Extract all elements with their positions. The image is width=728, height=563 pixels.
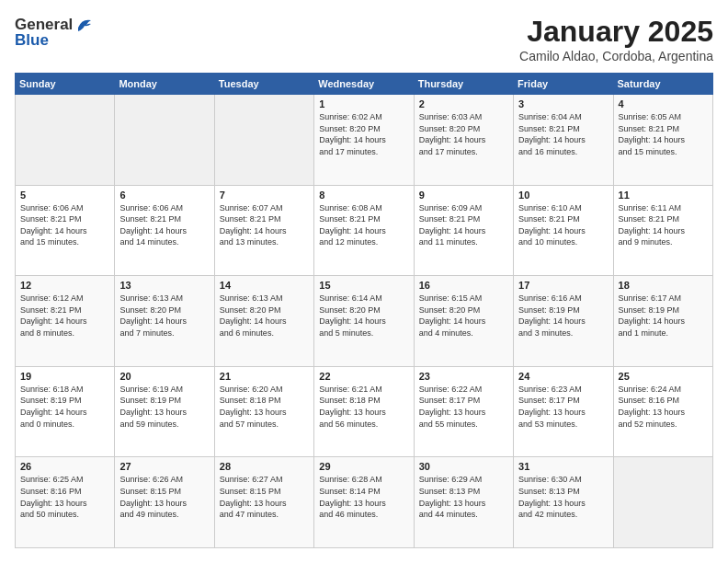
calendar-cell: 27Sunrise: 6:26 AM Sunset: 8:15 PM Dayli… [115,457,214,548]
day-info: Sunrise: 6:19 AM Sunset: 8:19 PM Dayligh… [119,384,209,430]
day-info: Sunrise: 6:29 AM Sunset: 8:13 PM Dayligh… [419,474,508,520]
calendar-cell: 14Sunrise: 6:13 AM Sunset: 8:20 PM Dayli… [214,276,313,367]
day-info: Sunrise: 6:03 AM Sunset: 8:20 PM Dayligh… [419,111,508,157]
day-info: Sunrise: 6:17 AM Sunset: 8:19 PM Dayligh… [619,293,708,339]
day-info: Sunrise: 6:06 AM Sunset: 8:21 PM Dayligh… [119,202,209,248]
day-info: Sunrise: 6:13 AM Sunset: 8:20 PM Dayligh… [119,293,209,339]
calendar-week-row: 12Sunrise: 6:12 AM Sunset: 8:21 PM Dayli… [16,276,713,367]
calendar-cell [613,457,712,548]
day-number: 17 [518,280,608,291]
calendar-cell: 12Sunrise: 6:12 AM Sunset: 8:21 PM Dayli… [16,276,115,367]
weekday-header: Sunday [16,74,115,95]
calendar-table: SundayMondayTuesdayWednesdayThursdayFrid… [15,73,713,548]
weekday-header: Saturday [613,74,712,95]
logo: General Blue [15,15,95,50]
month-title: January 2025 [519,15,713,49]
day-info: Sunrise: 6:22 AM Sunset: 8:17 PM Dayligh… [419,384,508,430]
day-info: Sunrise: 6:21 AM Sunset: 8:18 PM Dayligh… [319,384,408,430]
day-number: 1 [319,98,408,109]
calendar-cell: 11Sunrise: 6:11 AM Sunset: 8:21 PM Dayli… [613,185,712,276]
day-number: 16 [419,280,508,291]
calendar-cell: 29Sunrise: 6:28 AM Sunset: 8:14 PM Dayli… [314,457,414,548]
day-number: 21 [220,371,309,382]
day-number: 28 [220,461,309,472]
day-number: 14 [220,280,309,291]
calendar-week-row: 5Sunrise: 6:06 AM Sunset: 8:21 PM Daylig… [16,185,713,276]
day-number: 2 [419,98,508,109]
day-number: 12 [20,280,109,291]
calendar-cell: 2Sunrise: 6:03 AM Sunset: 8:20 PM Daylig… [414,95,513,186]
day-info: Sunrise: 6:14 AM Sunset: 8:20 PM Dayligh… [319,293,408,339]
day-number: 23 [419,371,508,382]
day-info: Sunrise: 6:23 AM Sunset: 8:17 PM Dayligh… [518,384,608,430]
day-number: 6 [119,190,209,201]
day-number: 15 [319,280,408,291]
day-info: Sunrise: 6:04 AM Sunset: 8:21 PM Dayligh… [518,111,608,157]
calendar-cell: 6Sunrise: 6:06 AM Sunset: 8:21 PM Daylig… [115,185,214,276]
calendar-cell: 17Sunrise: 6:16 AM Sunset: 8:19 PM Dayli… [514,276,613,367]
day-info: Sunrise: 6:25 AM Sunset: 8:16 PM Dayligh… [20,474,109,520]
location-subtitle: Camilo Aldao, Cordoba, Argentina [519,49,713,63]
calendar-cell: 3Sunrise: 6:04 AM Sunset: 8:21 PM Daylig… [514,95,613,186]
day-number: 7 [220,190,309,201]
day-info: Sunrise: 6:15 AM Sunset: 8:20 PM Dayligh… [419,293,508,339]
weekday-header: Tuesday [214,74,313,95]
calendar-cell: 28Sunrise: 6:27 AM Sunset: 8:15 PM Dayli… [214,457,313,548]
calendar-cell: 22Sunrise: 6:21 AM Sunset: 8:18 PM Dayli… [314,366,414,457]
calendar-cell: 26Sunrise: 6:25 AM Sunset: 8:16 PM Dayli… [16,457,115,548]
day-info: Sunrise: 6:20 AM Sunset: 8:18 PM Dayligh… [220,384,309,430]
calendar-cell: 13Sunrise: 6:13 AM Sunset: 8:20 PM Dayli… [115,276,214,367]
calendar-cell: 8Sunrise: 6:08 AM Sunset: 8:21 PM Daylig… [314,185,414,276]
day-info: Sunrise: 6:02 AM Sunset: 8:20 PM Dayligh… [319,111,408,157]
page: General Blue January 2025 Camilo Aldao, … [0,0,728,563]
day-info: Sunrise: 6:13 AM Sunset: 8:20 PM Dayligh… [220,293,309,339]
calendar-cell: 9Sunrise: 6:09 AM Sunset: 8:21 PM Daylig… [414,185,513,276]
day-number: 8 [319,190,408,201]
day-number: 25 [619,371,708,382]
title-block: January 2025 Camilo Aldao, Cordoba, Arge… [519,15,713,63]
day-info: Sunrise: 6:09 AM Sunset: 8:21 PM Dayligh… [419,202,508,248]
header: General Blue January 2025 Camilo Aldao, … [15,15,713,63]
day-info: Sunrise: 6:16 AM Sunset: 8:19 PM Dayligh… [518,293,608,339]
day-number: 20 [119,371,209,382]
calendar-cell: 7Sunrise: 6:07 AM Sunset: 8:21 PM Daylig… [214,185,313,276]
day-number: 22 [319,371,408,382]
day-number: 4 [619,98,708,109]
calendar-cell: 4Sunrise: 6:05 AM Sunset: 8:21 PM Daylig… [613,95,712,186]
calendar-week-row: 26Sunrise: 6:25 AM Sunset: 8:16 PM Dayli… [16,457,713,548]
day-number: 9 [419,190,508,201]
day-info: Sunrise: 6:05 AM Sunset: 8:21 PM Dayligh… [619,111,708,157]
weekday-header: Wednesday [314,74,414,95]
day-info: Sunrise: 6:11 AM Sunset: 8:21 PM Dayligh… [619,202,708,248]
day-number: 26 [20,461,109,472]
day-info: Sunrise: 6:08 AM Sunset: 8:21 PM Dayligh… [319,202,408,248]
calendar-cell: 31Sunrise: 6:30 AM Sunset: 8:13 PM Dayli… [514,457,613,548]
day-number: 30 [419,461,508,472]
weekday-header-row: SundayMondayTuesdayWednesdayThursdayFrid… [16,74,713,95]
day-info: Sunrise: 6:06 AM Sunset: 8:21 PM Dayligh… [20,202,109,248]
day-number: 3 [518,98,608,109]
calendar-cell [115,95,214,186]
calendar-cell: 30Sunrise: 6:29 AM Sunset: 8:13 PM Dayli… [414,457,513,548]
weekday-header: Friday [514,74,613,95]
day-info: Sunrise: 6:18 AM Sunset: 8:19 PM Dayligh… [20,384,109,430]
day-number: 18 [619,280,708,291]
day-info: Sunrise: 6:30 AM Sunset: 8:13 PM Dayligh… [518,474,608,520]
calendar-cell [16,95,115,186]
day-info: Sunrise: 6:26 AM Sunset: 8:15 PM Dayligh… [119,474,209,520]
calendar-week-row: 1Sunrise: 6:02 AM Sunset: 8:20 PM Daylig… [16,95,713,186]
day-info: Sunrise: 6:10 AM Sunset: 8:21 PM Dayligh… [518,202,608,248]
day-number: 24 [518,371,608,382]
day-number: 11 [619,190,708,201]
day-number: 19 [20,371,109,382]
calendar-week-row: 19Sunrise: 6:18 AM Sunset: 8:19 PM Dayli… [16,366,713,457]
calendar-cell: 1Sunrise: 6:02 AM Sunset: 8:20 PM Daylig… [314,95,414,186]
calendar-cell [214,95,313,186]
calendar-cell: 15Sunrise: 6:14 AM Sunset: 8:20 PM Dayli… [314,276,414,367]
calendar-cell: 5Sunrise: 6:06 AM Sunset: 8:21 PM Daylig… [16,185,115,276]
day-number: 29 [319,461,408,472]
weekday-header: Thursday [414,74,513,95]
calendar-cell: 25Sunrise: 6:24 AM Sunset: 8:16 PM Dayli… [613,366,712,457]
day-info: Sunrise: 6:24 AM Sunset: 8:16 PM Dayligh… [619,384,708,430]
day-info: Sunrise: 6:12 AM Sunset: 8:21 PM Dayligh… [20,293,109,339]
